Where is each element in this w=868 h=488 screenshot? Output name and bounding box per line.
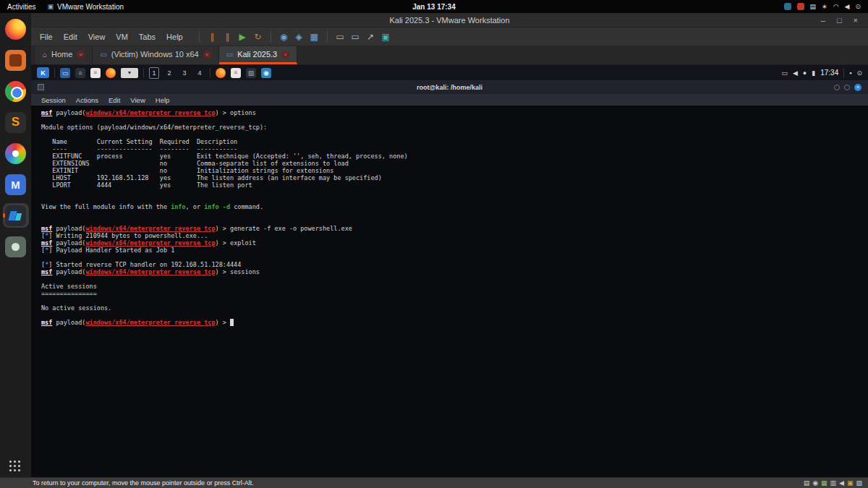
- notifications-icon[interactable]: ●: [803, 69, 807, 77]
- wifi-icon[interactable]: ◠: [833, 0, 839, 13]
- printer-icon[interactable]: ▣: [847, 478, 854, 488]
- dock-item-photos[interactable]: [3, 141, 29, 166]
- terminal-close-button[interactable]: ×: [854, 84, 861, 91]
- vmware-app-icon: ▣: [47, 3, 54, 10]
- tab-kali-close-icon[interactable]: ×: [281, 51, 289, 59]
- accessibility-icon[interactable]: ∗: [822, 0, 827, 13]
- file-manager-icon[interactable]: ▭: [60, 68, 70, 78]
- snapshot-manager-button[interactable]: ▦: [307, 30, 322, 43]
- kali-panel: K ▭ ≡ ≡ ▾ 1 2 3 4 ≡ ▧ ◉ ▭ ◀ ● ▮ 17:34: [31, 65, 868, 80]
- logout-icon[interactable]: ⊙: [856, 69, 862, 77]
- maximize-button[interactable]: □: [837, 13, 842, 27]
- panel-dropdown[interactable]: ▾: [121, 68, 138, 78]
- firefox-launcher-icon[interactable]: [106, 68, 116, 78]
- tab-home[interactable]: ⌂ Home ×: [35, 46, 93, 64]
- display-settings-icon[interactable]: ▭: [781, 69, 788, 77]
- unity-button[interactable]: ▣: [378, 30, 393, 43]
- hard-disk-icon[interactable]: ▤: [804, 478, 810, 488]
- terminal-menu-actions[interactable]: Actions: [76, 96, 98, 104]
- terminal-titlebar[interactable]: root@kali: /home/kali ×: [31, 80, 868, 94]
- status-message: To return to your computer, move the mou…: [33, 479, 254, 487]
- kali-volume-icon[interactable]: ◀: [793, 69, 798, 77]
- focused-app-menu[interactable]: ▣ VMware Workstation: [47, 3, 124, 11]
- terminal-minimize-button[interactable]: [834, 85, 840, 90]
- input-source-icon[interactable]: ▤: [810, 0, 817, 13]
- menu-tabs[interactable]: Tabs: [139, 33, 156, 41]
- dock-item-vmware[interactable]: [3, 203, 29, 228]
- terminal-line: EXTENSIONS no Comma-separate list of ext…: [41, 160, 868, 167]
- recent-doc-icon[interactable]: ≡: [231, 68, 241, 78]
- minimize-button[interactable]: –: [821, 13, 825, 27]
- usb-icon[interactable]: ▥: [830, 478, 837, 488]
- terminal-menu-help[interactable]: Help: [156, 96, 170, 104]
- tab-home-close-icon[interactable]: ×: [77, 51, 85, 59]
- terminal-output[interactable]: msf payload(windows/x64/meterpreter_reve…: [31, 106, 868, 477]
- kali-menu-icon[interactable]: K: [37, 67, 49, 78]
- power-off-button[interactable]: ∥: [205, 30, 220, 43]
- terminal-line: LPORT 4444 yes The listen port: [41, 181, 868, 189]
- tab-victim-close-icon[interactable]: ×: [203, 51, 211, 59]
- dock-item-sublime[interactable]: S: [3, 110, 29, 134]
- message-log-icon[interactable]: ▧: [856, 478, 862, 488]
- close-button[interactable]: ×: [854, 13, 858, 27]
- workspace-2[interactable]: 2: [164, 67, 174, 79]
- volume-icon[interactable]: ◀: [845, 0, 850, 13]
- recent-firefox-icon[interactable]: [216, 68, 226, 78]
- dock-item-software[interactable]: [3, 234, 29, 259]
- vmware-window-title: Kali 2025.3 - VMware Workstation: [389, 16, 509, 25]
- tray-app-indicator2-icon[interactable]: [797, 3, 804, 10]
- terminal-launcher-icon[interactable]: ≡: [75, 68, 85, 78]
- take-snapshot-button[interactable]: ◉: [276, 30, 292, 43]
- terminal-menu-session[interactable]: Session: [41, 96, 66, 104]
- power-icon[interactable]: ⊙: [855, 0, 861, 13]
- reset-button[interactable]: ↻: [250, 30, 265, 43]
- suspend-button[interactable]: ∥: [220, 30, 235, 43]
- workspace-3[interactable]: 3: [179, 67, 190, 79]
- menu-edit[interactable]: Edit: [64, 33, 77, 41]
- gnome-system-tray[interactable]: ▤ ∗ ◠ ◀ ⊙: [784, 0, 861, 13]
- terminal-menu-view[interactable]: View: [130, 96, 145, 104]
- dock-item-firefox[interactable]: [3, 17, 29, 41]
- workspace-4[interactable]: 4: [195, 67, 205, 79]
- fullscreen-button[interactable]: ↗: [363, 30, 378, 43]
- network-adapter-icon[interactable]: ▦: [821, 478, 827, 488]
- dock-item-mediawiki[interactable]: M: [3, 172, 29, 197]
- panel-separator: [143, 68, 144, 77]
- vmware-titlebar[interactable]: Kali 2025.3 - VMware Workstation – □ ×: [31, 13, 868, 27]
- recent-app-icon[interactable]: ▧: [246, 68, 256, 78]
- battery-icon[interactable]: ▮: [812, 69, 815, 77]
- menu-help[interactable]: Help: [166, 33, 183, 41]
- workspace-1[interactable]: 1: [149, 67, 159, 79]
- menu-file[interactable]: File: [40, 33, 53, 41]
- gnome-clock[interactable]: Jan 13 17:34: [412, 3, 456, 11]
- tab-victim-windows[interactable]: ▭ (Victim) Windows 10 x64 ×: [93, 46, 218, 64]
- terminal-line: msf payload(windows/x64/meterpreter_reve…: [41, 319, 868, 326]
- dock-item-chrome[interactable]: [3, 79, 29, 103]
- revert-snapshot-button[interactable]: ◈: [292, 30, 307, 43]
- menu-vm[interactable]: VM: [116, 33, 128, 41]
- dock-item-screen-recorder[interactable]: [3, 48, 29, 72]
- terminal-line: msf payload(windows/x64/meterpreter_reve…: [41, 268, 868, 275]
- firefox-icon: [5, 19, 26, 40]
- screenshot-icon[interactable]: ◉: [261, 68, 271, 78]
- app-grid-icon[interactable]: [9, 461, 22, 473]
- activities-button[interactable]: Activities: [7, 3, 35, 11]
- terminal-line: [*] Writing 210944 bytes to powershell.e…: [41, 232, 868, 239]
- tray-app-indicator-icon[interactable]: [784, 3, 791, 10]
- lock-icon[interactable]: ▪: [849, 69, 851, 77]
- kali-clock[interactable]: 17:34: [820, 69, 838, 77]
- terminal-line: [41, 312, 868, 319]
- text-editor-icon[interactable]: ≡: [90, 68, 101, 78]
- terminal-menu-edit[interactable]: Edit: [109, 96, 120, 104]
- terminal-line: LHOST 192.168.51.128 yes The listen addr…: [41, 174, 868, 181]
- vmware-workstation-icon: [5, 205, 26, 226]
- sound-icon[interactable]: ◀: [839, 478, 844, 488]
- show-console-button[interactable]: ▭: [333, 30, 348, 43]
- multi-monitor-button[interactable]: ▭: [348, 30, 363, 43]
- tab-kali[interactable]: ▭ Kali 2025.3 ×: [219, 46, 298, 64]
- cdrom-icon[interactable]: ◉: [812, 478, 818, 488]
- panel-separator: [210, 68, 210, 77]
- power-on-button[interactable]: ▶: [235, 30, 250, 43]
- terminal-maximize-button[interactable]: [844, 85, 850, 90]
- menu-view[interactable]: View: [88, 33, 106, 41]
